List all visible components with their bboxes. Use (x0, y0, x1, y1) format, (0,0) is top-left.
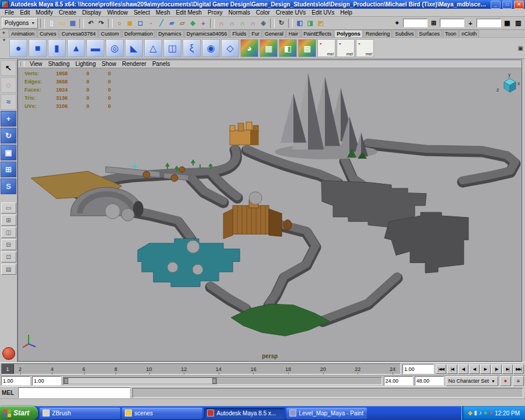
universal-manipulator-tool[interactable]: ⊞ (1, 162, 16, 177)
shelf-tab-dynamicsa04056[interactable]: Dynamicsa04056 (184, 30, 230, 37)
layout-persp-graph-button[interactable]: ⊡ (1, 251, 16, 262)
select-hierarchy-icon[interactable]: ○ (114, 18, 124, 28)
quick-select-field-1[interactable] (403, 19, 428, 27)
mel-script-button-1[interactable]: ▪ mel (317, 39, 335, 57)
playback-range-bar[interactable] (64, 377, 217, 384)
menu-item[interactable]: Create (56, 9, 79, 16)
lasso-select-tool[interactable]: ◌ (1, 77, 16, 93)
title-bar[interactable]: Autodesk Maya 8.5 x64: \\hcone\profiles\… (0, 0, 525, 9)
new-scene-icon[interactable]: ▯ (47, 18, 57, 28)
shelf-tab-curvesa03784[interactable]: Curvesa03784 (60, 30, 99, 37)
sculpt-geometry-icon[interactable]: ◕ (240, 39, 258, 57)
poly-pyramid-icon[interactable]: △ (144, 39, 162, 57)
time-slider-track[interactable]: 1 24681012141618202224 (1, 363, 401, 374)
paint-weights-icon[interactable]: ◧ (279, 39, 297, 57)
panel-menu-item[interactable]: Lighting (72, 61, 99, 67)
viewport-scene[interactable]: y x z Verts: 1958 0 0 (18, 68, 522, 361)
start-button[interactable]: Start (0, 406, 38, 420)
scale-tool[interactable]: ▣ (1, 145, 16, 160)
paint-vertex-color-icon[interactable]: ▦ (260, 39, 278, 57)
undo-icon[interactable]: ↶ (86, 18, 96, 28)
animation-preferences-button[interactable]: ≡ (513, 376, 524, 386)
go-to-start-button[interactable]: |◀◀ (436, 365, 446, 374)
rotate-tool[interactable]: ↻ (1, 128, 16, 144)
construction-history-icon[interactable]: ↻ (276, 18, 286, 28)
layout-hypershade-button[interactable]: ▤ (1, 264, 16, 275)
panel-menu-item[interactable]: View (27, 61, 46, 67)
go-to-end-button[interactable]: ▶▶| (513, 365, 524, 374)
poly-soccerball-icon[interactable]: ◉ (202, 39, 220, 57)
taskbar-scenes-button[interactable]: scenes (122, 408, 202, 419)
shelf-tab-deformation[interactable]: Deformation (122, 30, 155, 37)
menu-item[interactable]: Help (337, 9, 355, 16)
mel-script-button-3[interactable]: ▪ mel (356, 39, 374, 57)
mask-hulls-icon[interactable]: ▱ (177, 18, 187, 28)
shelf-tab-painteffects[interactable]: PaintEffects (301, 30, 334, 37)
shelf-tab-curves[interactable]: Curves (37, 30, 59, 37)
status-divider[interactable] (210, 19, 215, 28)
select-object-icon[interactable]: ◼ (125, 18, 135, 28)
soft-modification-tool[interactable]: S (1, 178, 16, 194)
taskbar-zbrush-button[interactable]: ZBrush (40, 408, 120, 419)
quick-select-icon[interactable]: + (466, 18, 475, 28)
playback-end-field[interactable] (384, 376, 413, 386)
paint-selection-tool[interactable]: ≈ (1, 94, 16, 110)
menu-item[interactable]: Window (104, 9, 131, 16)
status-divider[interactable] (288, 19, 293, 28)
save-scene-icon[interactable]: ▦ (68, 18, 78, 28)
play-forwards-button[interactable]: ▶ (480, 365, 491, 374)
menu-set-selector[interactable]: Polygons ▼ (2, 18, 38, 29)
quick-select-field-3[interactable] (477, 19, 501, 27)
range-handle-left[interactable] (64, 378, 68, 384)
status-divider[interactable] (40, 19, 45, 28)
snap-plane-icon[interactable]: ∩ (248, 18, 258, 28)
shelf-tab-polygons[interactable]: Polygons (334, 30, 363, 37)
layout-four-pane-button[interactable]: ⊞ (1, 215, 16, 226)
update-tray-icon[interactable]: ● (484, 410, 487, 416)
absolute-transform-icon[interactable]: ⌖ (392, 18, 402, 28)
poly-cube-icon[interactable]: ■ (29, 39, 47, 57)
playback-start-field[interactable] (32, 376, 61, 386)
anim-start-field[interactable] (1, 376, 30, 386)
select-tool[interactable]: ↖ (1, 60, 16, 76)
anim-end-field[interactable] (415, 376, 444, 386)
poly-helix-icon[interactable]: ξ (183, 39, 201, 57)
open-scene-icon[interactable]: ▭ (57, 18, 67, 28)
status-divider[interactable] (108, 19, 113, 28)
move-tool[interactable]: + (1, 111, 16, 127)
uv-texture-icon[interactable]: ▩ (298, 39, 316, 57)
select-component-icon[interactable]: ◻ (135, 18, 145, 28)
mel-script-button-2[interactable]: ▪ mel (337, 39, 355, 57)
poly-cone-icon[interactable]: ▲ (67, 39, 85, 57)
layout-persp-outliner-button[interactable]: ◫ (1, 227, 16, 238)
poly-plane-icon[interactable]: ▬ (86, 39, 104, 57)
menu-item[interactable]: Edit UVs (309, 9, 337, 16)
menu-item[interactable]: Display (79, 9, 104, 16)
redo-icon[interactable]: ↷ (96, 18, 106, 28)
layout-split-horizontal-button[interactable]: ⊟ (1, 239, 16, 250)
shelf-tab-toon[interactable]: Toon (443, 30, 459, 37)
step-back-frame-button[interactable]: |◀ (447, 365, 457, 374)
character-set-selector[interactable]: No Character Set ▼ (446, 376, 498, 386)
render-current-frame-icon[interactable]: ◧ (295, 18, 304, 28)
panel-menu-item[interactable]: Renderer (119, 61, 149, 67)
snap-input-icon[interactable]: ⊞ (429, 18, 439, 28)
menu-item[interactable]: Proxy (205, 9, 226, 16)
snap-curve-icon[interactable]: ∩ (227, 18, 237, 28)
taskbar-paint-button[interactable]: Level_Map_Maya - Paint (286, 408, 367, 419)
poly-torus-icon[interactable]: ◎ (106, 39, 124, 57)
menu-item[interactable]: Mesh (153, 9, 173, 16)
menu-item[interactable]: File (2, 9, 17, 16)
minimize-button[interactable]: _ (491, 1, 501, 9)
range-slider-track[interactable] (63, 377, 382, 385)
make-live-icon[interactable]: ◈ (258, 18, 268, 28)
shelf-menu-icon[interactable]: ▾ (3, 37, 5, 43)
menu-item[interactable]: Color (253, 9, 273, 16)
network-tray-icon[interactable]: ▮ (474, 410, 478, 416)
auto-keyframe-button[interactable]: ● (500, 376, 511, 386)
layout-single-pane-button[interactable]: ▭ (1, 202, 16, 214)
mask-rendering-icon[interactable]: ◆ (188, 18, 198, 28)
mask-points-icon[interactable]: ∙ (146, 18, 156, 28)
shelf-tab-ncloth[interactable]: nCloth (459, 30, 479, 37)
poly-pipe-icon[interactable]: ◫ (163, 39, 181, 57)
